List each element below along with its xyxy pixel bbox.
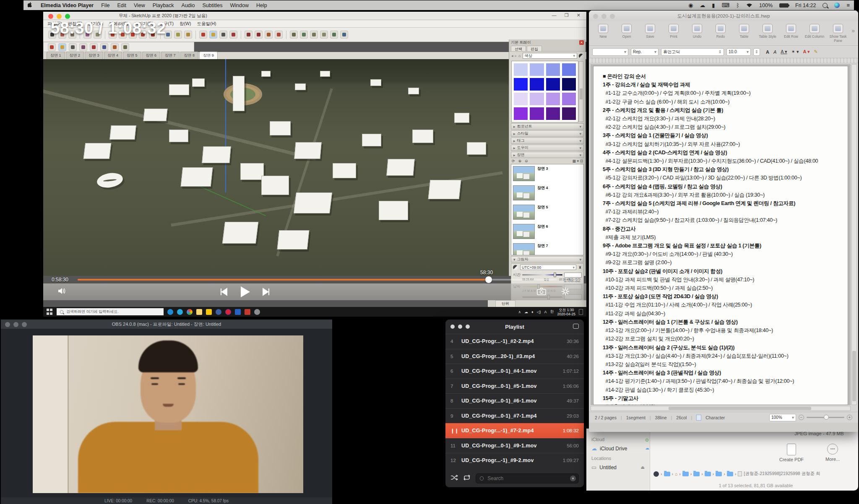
- tray-section-header[interactable]: ▸컴포넌트▾: [511, 123, 584, 130]
- minimize-button[interactable]: [601, 14, 607, 19]
- scene-tab[interactable]: 장면 9: [199, 52, 218, 59]
- playlist-row[interactable]: 8 UD_CG-Progr...0-1)_#6-1.mov 49:37: [445, 393, 584, 408]
- color-swatch[interactable]: [546, 78, 560, 91]
- previous-track-button[interactable]: [219, 288, 228, 296]
- scene-tab[interactable]: 장면 4: [104, 52, 122, 59]
- scene-tab[interactable]: 장면 7: [161, 52, 180, 59]
- playlist-row[interactable]: 9 UD_CG-Progr...0-1)_#7-1.mp4 29:03: [445, 408, 584, 423]
- notification-center-icon[interactable]: ≡: [846, 2, 850, 8]
- font-select[interactable]: 휴먼고딕⇕: [661, 48, 724, 56]
- playlist-row[interactable]: 7 UD_CG-Progr...0-1)_#5-1.mov 1:06:06: [445, 379, 584, 394]
- insert-mode-icon[interactable]: [696, 415, 701, 421]
- folder-icon[interactable]: [705, 472, 711, 476]
- minimize-button[interactable]: [57, 14, 62, 19]
- sketchup-viewport[interactable]: [43, 59, 510, 276]
- zoom-knob[interactable]: [824, 415, 829, 420]
- playlist-row[interactable]: ❙❙ UD_CG-Progr...-1)_#7-2.mp4 1:08:32: [445, 423, 584, 438]
- hwp-toolbar-button[interactable]: Show Task Pane: [827, 24, 849, 43]
- elmedia-traffic-lights[interactable]: [48, 14, 70, 19]
- menu-playback[interactable]: Playback: [153, 3, 174, 8]
- hwp-page[interactable]: ■ 온라인 강의 순서1주 - 강의소개 / 실습 및 재택수업 과제 #1-1…: [593, 66, 848, 405]
- hwp-toolbar-button[interactable]: New: [592, 24, 614, 39]
- minimize-button[interactable]: [458, 325, 462, 329]
- hwp-toolbar-button[interactable]: Open: [616, 24, 638, 39]
- back-arrow-icon[interactable]: ◂: [511, 54, 513, 58]
- color-swatch[interactable]: [562, 63, 576, 76]
- settings-gear-icon[interactable]: [561, 287, 570, 297]
- vertical-scrollbar[interactable]: [851, 64, 857, 405]
- color-swatch[interactable]: [514, 78, 528, 91]
- color-swatch[interactable]: [530, 93, 544, 105]
- zoom-button[interactable]: [65, 14, 70, 19]
- materials-tab[interactable]: 편집: [527, 46, 542, 51]
- scene-remove-icon[interactable]: ⊖: [525, 159, 528, 163]
- playlist-row[interactable]: 6 UD_CG-Progr...0-1)_#4-1.mov 1:07:12: [445, 364, 584, 379]
- menu-audio[interactable]: Audio: [182, 3, 195, 8]
- apple-icon[interactable]: [28, 2, 33, 8]
- bold-button[interactable]: A: [766, 49, 769, 55]
- time-slider[interactable]: [522, 274, 562, 275]
- swatch-scrollbar[interactable]: [579, 61, 583, 122]
- materials-tab[interactable]: 선택: [511, 46, 526, 51]
- hwp-toolbar-button[interactable]: Save: [639, 24, 661, 39]
- ime-icon[interactable]: ⌨: [722, 2, 730, 8]
- playlist-row[interactable]: 4 UD_CG-Progr...-1)_#2-2.mp4 30:36: [445, 334, 584, 349]
- zoom-slider[interactable]: [807, 417, 844, 418]
- zoom-select[interactable]: 100%▾: [769, 414, 796, 421]
- tray-section-header[interactable]: ▸스타일▾: [511, 130, 584, 137]
- color-swatch[interactable]: [562, 107, 576, 120]
- material-category-select[interactable]: 색상▾: [523, 53, 578, 59]
- eject-icon[interactable]: ⏏: [641, 465, 645, 470]
- font-size-select[interactable]: 10.0▾: [726, 48, 751, 56]
- hwp-toolbar-button[interactable]: Table: [733, 24, 755, 39]
- more-button[interactable]: ••• More...: [825, 444, 840, 462]
- play-button[interactable]: [239, 286, 251, 298]
- playlist-row[interactable]: 12 UD_CG-Progr...-1)_#9-2.mov 1:09:27: [445, 453, 584, 468]
- menu-bar-clock[interactable]: Fri 14:22: [795, 3, 816, 8]
- zoom-button[interactable]: [610, 14, 615, 19]
- color-swatch[interactable]: [546, 107, 560, 120]
- color-swatch[interactable]: [530, 63, 544, 76]
- color-swatch[interactable]: [514, 107, 528, 120]
- folder-icon[interactable]: [716, 472, 722, 476]
- rep-select[interactable]: Rep.▾: [631, 48, 659, 56]
- tray-section-header[interactable]: ▸태그▾: [511, 138, 584, 144]
- shadow-details-icon[interactable]: ♜: [578, 265, 582, 270]
- scene-refresh-icon[interactable]: ⟳: [512, 159, 515, 163]
- volume-icon[interactable]: [58, 288, 67, 296]
- size-stepper[interactable]: ⇕: [753, 48, 760, 56]
- close-button[interactable]: [48, 14, 53, 19]
- minimize-button[interactable]: [13, 322, 18, 327]
- create-pdf-button[interactable]: Create PDF: [779, 444, 804, 462]
- close-button[interactable]: [593, 14, 598, 19]
- style-select[interactable]: ▾: [592, 48, 628, 56]
- close-button[interactable]: [5, 322, 10, 327]
- menu-window[interactable]: Window: [230, 3, 248, 8]
- paint-sample-icon[interactable]: [579, 54, 583, 58]
- snapshot-icon[interactable]: [537, 288, 546, 297]
- scene-tab[interactable]: 장면 6: [142, 52, 161, 59]
- scene-tab[interactable]: 장면 2: [66, 52, 84, 59]
- tray-section-header[interactable]: ▸도우미▾: [511, 145, 584, 151]
- scene-list-item[interactable]: 장면 7: [513, 243, 582, 255]
- tray-section-header[interactable]: ▸장면▾: [511, 152, 584, 158]
- search-options-icon[interactable]: ▾: [570, 475, 576, 481]
- webcam-preview[interactable]: [33, 335, 303, 493]
- zoom-in-icon[interactable]: +: [847, 415, 852, 420]
- text-effect-button[interactable]: ✶ ▾: [791, 49, 799, 55]
- repeat-icon[interactable]: [463, 475, 471, 482]
- menu-edit[interactable]: Edit: [117, 3, 126, 8]
- forward-arrow-icon[interactable]: ▸: [515, 54, 517, 58]
- folder-icon[interactable]: [664, 472, 670, 476]
- shadows-section-header[interactable]: ▾그림자▾: [511, 256, 584, 262]
- scene-list-item[interactable]: 장면 3: [513, 166, 582, 181]
- menu-subtitles[interactable]: Subtitles: [203, 3, 223, 8]
- scene-tab[interactable]: 장면 3: [85, 52, 103, 59]
- obs-status-icon[interactable]: ◉: [688, 2, 693, 8]
- color-swatch[interactable]: [546, 63, 560, 76]
- seek-bar[interactable]: 58:30: [78, 279, 557, 281]
- folder-icon[interactable]: [693, 472, 700, 476]
- siri-icon[interactable]: [834, 3, 840, 8]
- bookmark-icon[interactable]: ▮: [712, 2, 715, 8]
- font-color-button[interactable]: A ▾: [803, 49, 810, 55]
